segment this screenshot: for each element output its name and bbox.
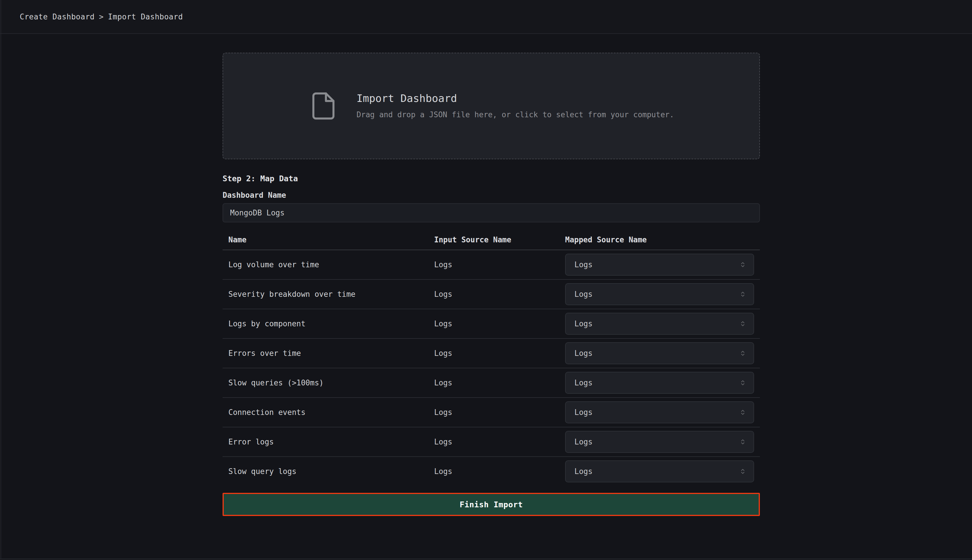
chevrons-up-down-icon bbox=[739, 438, 746, 446]
row-name-cell: Severity breakdown over time bbox=[223, 290, 434, 298]
table-row: Logs by component Logs Logs bbox=[223, 309, 760, 338]
mapped-source-select[interactable]: Logs bbox=[565, 342, 754, 364]
dashboard-name-label: Dashboard Name bbox=[223, 190, 760, 200]
column-header-input-source: Input Source Name bbox=[434, 235, 565, 244]
import-dashboard-page: Import Dashboard Drag and drop a JSON fi… bbox=[223, 53, 760, 516]
table-row: Slow queries (>100ms) Logs Logs bbox=[223, 368, 760, 397]
select-value: Logs bbox=[574, 467, 593, 476]
row-name-cell: Error logs bbox=[223, 438, 434, 446]
column-header-mapped-source: Mapped Source Name bbox=[565, 235, 760, 244]
mapped-source-select[interactable]: Logs bbox=[565, 372, 754, 394]
row-name-cell: Slow queries (>100ms) bbox=[223, 378, 434, 387]
row-name-cell: Logs by component bbox=[223, 319, 434, 328]
mapping-table: Name Input Source Name Mapped Source Nam… bbox=[223, 232, 760, 486]
chevrons-up-down-icon bbox=[739, 290, 746, 298]
file-icon bbox=[308, 91, 338, 121]
select-value: Logs bbox=[574, 349, 593, 358]
select-value: Logs bbox=[574, 319, 593, 328]
mapped-source-select[interactable]: Logs bbox=[565, 283, 754, 305]
row-input-source-cell: Logs bbox=[434, 260, 565, 269]
breadcrumb-item-create-dashboard[interactable]: Create Dashboard bbox=[20, 12, 94, 21]
dropzone-subtitle: Drag and drop a JSON file here, or click… bbox=[356, 110, 674, 120]
chevrons-up-down-icon bbox=[739, 320, 746, 327]
table-row: Severity breakdown over time Logs Logs bbox=[223, 279, 760, 309]
top-nav-bar: Create Dashboard > Import Dashboard bbox=[0, 0, 972, 34]
row-input-source-cell: Logs bbox=[434, 319, 565, 328]
table-row: Slow query logs Logs Logs bbox=[223, 456, 760, 486]
row-input-source-cell: Logs bbox=[434, 378, 565, 387]
select-value: Logs bbox=[574, 260, 593, 269]
row-input-source-cell: Logs bbox=[434, 349, 565, 358]
breadcrumb-item-import-dashboard: Import Dashboard bbox=[108, 12, 183, 21]
row-input-source-cell: Logs bbox=[434, 438, 565, 446]
select-value: Logs bbox=[574, 438, 593, 446]
mapped-source-select[interactable]: Logs bbox=[565, 253, 754, 276]
row-name-cell: Slow query logs bbox=[223, 467, 434, 476]
step-heading: Step 2: Map Data bbox=[223, 174, 760, 183]
mapped-source-select[interactable]: Logs bbox=[565, 313, 754, 335]
dashboard-name-input[interactable] bbox=[223, 203, 760, 222]
dropzone-text: Import Dashboard Drag and drop a JSON fi… bbox=[356, 92, 674, 120]
mapped-source-select[interactable]: Logs bbox=[565, 460, 754, 482]
select-value: Logs bbox=[574, 378, 593, 387]
row-name-cell: Connection events bbox=[223, 408, 434, 417]
breadcrumb: Create Dashboard > Import Dashboard bbox=[20, 12, 183, 21]
finish-import-button[interactable]: Finish Import bbox=[223, 493, 760, 516]
mapped-source-select[interactable]: Logs bbox=[565, 431, 754, 453]
chevrons-up-down-icon bbox=[739, 408, 746, 416]
row-input-source-cell: Logs bbox=[434, 408, 565, 417]
table-row: Errors over time Logs Logs bbox=[223, 338, 760, 368]
chevrons-up-down-icon bbox=[739, 350, 746, 357]
table-row: Log volume over time Logs Logs bbox=[223, 250, 760, 279]
column-header-name: Name bbox=[223, 235, 434, 244]
select-value: Logs bbox=[574, 408, 593, 417]
chevrons-up-down-icon bbox=[739, 261, 746, 268]
row-input-source-cell: Logs bbox=[434, 290, 565, 298]
json-file-dropzone[interactable]: Import Dashboard Drag and drop a JSON fi… bbox=[223, 53, 760, 159]
table-body: Log volume over time Logs Logs Severity … bbox=[223, 250, 760, 486]
chevrons-up-down-icon bbox=[739, 379, 746, 387]
mapped-source-select[interactable]: Logs bbox=[565, 401, 754, 423]
row-input-source-cell: Logs bbox=[434, 467, 565, 476]
table-row: Error logs Logs Logs bbox=[223, 427, 760, 456]
table-row: Connection events Logs Logs bbox=[223, 397, 760, 427]
row-name-cell: Log volume over time bbox=[223, 260, 434, 269]
window-border-left bbox=[1, 0, 1, 560]
select-value: Logs bbox=[574, 290, 593, 298]
row-name-cell: Errors over time bbox=[223, 349, 434, 358]
breadcrumb-separator: > bbox=[99, 12, 104, 21]
chevrons-up-down-icon bbox=[739, 468, 746, 475]
table-header-row: Name Input Source Name Mapped Source Nam… bbox=[223, 232, 760, 250]
dropzone-title: Import Dashboard bbox=[356, 92, 674, 105]
